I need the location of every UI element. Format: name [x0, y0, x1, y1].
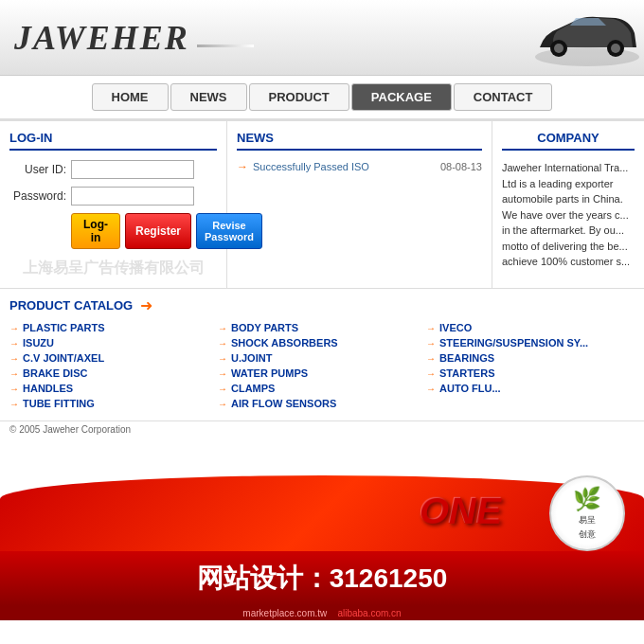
user-id-input[interactable]: [71, 160, 194, 179]
catalog-item-label: TUBE FITTING: [23, 398, 95, 409]
news-link[interactable]: Successfully Passed ISO: [253, 161, 436, 172]
password-label: Password:: [9, 189, 71, 203]
password-row: Password:: [9, 187, 217, 206]
catalog-iveco[interactable]: →IVECO: [426, 322, 635, 333]
news-arrow-icon: →: [237, 160, 248, 173]
arrow-icon: →: [218, 399, 227, 409]
arrow-icon: →: [218, 353, 227, 364]
button-row: Log-in Register Revise Password: [71, 213, 217, 249]
catalog-arrow-icon: ➜: [140, 296, 152, 314]
catalog-item-label: BRAKE DISC: [23, 367, 87, 379]
news-panel: NEWS → Successfully Passed ISO 08-08-13: [227, 121, 492, 288]
catalog-item-label: BODY PARTS: [231, 322, 298, 333]
arrow-icon: →: [9, 368, 19, 379]
catalog-air-flow-sensors[interactable]: →AIR FLOW SENSORS: [218, 398, 426, 409]
catalog-shock-absorbers[interactable]: →SHOCK ABSORBERS: [218, 337, 426, 349]
svg-point-2: [554, 44, 564, 53]
arrow-icon: →: [9, 399, 19, 409]
arrow-icon: →: [218, 338, 227, 349]
catalog-grid: →PLASTIC PARTS →ISUZU →C.V JOINT/AXEL →B…: [9, 322, 635, 413]
car-3d-graphic: ONE: [420, 490, 502, 532]
catalog-tube-fitting[interactable]: →TUBE FITTING: [9, 398, 218, 409]
catalog-plastic-parts[interactable]: →PLASTIC PARTS: [9, 322, 218, 333]
plant-text-2: 创意: [579, 528, 596, 541]
arrow-icon: →: [9, 338, 19, 349]
catalog-brake-disc[interactable]: →BRAKE DISC: [9, 367, 218, 379]
arrow-icon: →: [218, 323, 227, 333]
footer-main-text: 网站设计：31261250: [197, 564, 448, 593]
catalog-clamps[interactable]: →CLAMPS: [218, 383, 426, 394]
plant-icon: 🌿: [573, 486, 601, 512]
logo: JAWEHER: [14, 18, 254, 58]
catalog-section: PRODUCT CATALOG ➜ →PLASTIC PARTS →ISUZU …: [0, 288, 644, 420]
nav-contact[interactable]: CONTACT: [454, 83, 553, 111]
login-panel: LOG-IN User ID: Password: Log-in Registe…: [0, 121, 227, 288]
catalog-header: PRODUCT CATALOG ➜: [9, 296, 635, 314]
news-date: 08-08-13: [440, 161, 482, 172]
arrow-icon: →: [426, 338, 436, 349]
arrow-icon: →: [9, 384, 19, 394]
nav: HOME NEWS PRODUCT PACKAGE CONTACT: [0, 76, 644, 120]
copyright: © 2005 Jaweher Corporation: [0, 420, 644, 438]
catalog-bearings[interactable]: →BEARINGS: [426, 352, 635, 364]
catalog-item-label: CLAMPS: [231, 383, 275, 394]
catalog-col-2: →BODY PARTS →SHOCK ABSORBERS →U.JOINT →W…: [218, 322, 426, 413]
arrow-icon: →: [426, 353, 436, 364]
car-silhouette: [530, 5, 644, 71]
login-title: LOG-IN: [9, 131, 217, 151]
arrow-icon: →: [218, 384, 227, 394]
plant-text-1: 易呈: [579, 514, 596, 527]
arrow-icon: →: [426, 384, 436, 394]
plant-decoration: 🌿 易呈 创意: [549, 475, 625, 551]
catalog-isuzu[interactable]: →ISUZU: [9, 337, 218, 349]
logo-line: [197, 45, 254, 47]
catalog-auto-flu[interactable]: →AUTO FLU...: [426, 383, 635, 394]
catalog-item-label: PLASTIC PARTS: [23, 322, 105, 333]
main-content: LOG-IN User ID: Password: Log-in Registe…: [0, 120, 644, 288]
catalog-item-label: SHOCK ABSORBERS: [231, 337, 338, 349]
catalog-starters[interactable]: →STARTERS: [426, 367, 635, 379]
catalog-water-pumps[interactable]: →WATER PUMPS: [218, 367, 426, 379]
register-button[interactable]: Register: [125, 213, 191, 249]
password-input[interactable]: [71, 187, 194, 206]
catalog-title: PRODUCT CATALOG: [9, 298, 133, 313]
catalog-item-label: AIR FLOW SENSORS: [231, 398, 336, 409]
watermark: 上海易呈广告传播有限公司: [9, 259, 217, 278]
nav-news[interactable]: NEWS: [170, 83, 247, 111]
catalog-item-label: IVECO: [439, 322, 472, 333]
arrow-icon: →: [426, 323, 436, 333]
catalog-steering[interactable]: →STEERING/SUSPENSION SY...: [426, 337, 635, 349]
catalog-item-label: HANDLES: [23, 383, 73, 394]
news-title: NEWS: [237, 131, 482, 151]
footer-sub: marketplace.com.tw alibaba.com.cn: [0, 606, 644, 620]
nav-product[interactable]: PRODUCT: [249, 83, 349, 111]
catalog-item-label: STEERING/SUSPENSION SY...: [439, 337, 588, 349]
arrow-icon: →: [9, 323, 19, 333]
catalog-cv-joint[interactable]: →C.V JOINT/AXEL: [9, 352, 218, 364]
catalog-handles[interactable]: →HANDLES: [9, 383, 218, 394]
header: JAWEHER: [0, 0, 644, 76]
company-title: COMPANY: [502, 131, 635, 151]
catalog-item-label: U.JOINT: [231, 352, 272, 364]
footer-sub-text1: marketplace.com.tw: [242, 608, 327, 618]
footer-bar: 网站设计：31261250: [0, 551, 644, 606]
wave-background: [0, 475, 644, 551]
catalog-item-label: STARTERS: [439, 367, 494, 379]
catalog-col-3: →IVECO →STEERING/SUSPENSION SY... →BEARI…: [426, 322, 635, 413]
footer-sub-text2: alibaba.com.cn: [337, 608, 401, 618]
nav-package[interactable]: PACKAGE: [351, 83, 452, 111]
login-button[interactable]: Log-in: [71, 213, 120, 249]
catalog-item-label: WATER PUMPS: [231, 367, 308, 379]
catalog-body-parts[interactable]: →BODY PARTS: [218, 322, 426, 333]
nav-home[interactable]: HOME: [92, 83, 169, 111]
svg-point-4: [611, 44, 620, 53]
catalog-col-1: →PLASTIC PARTS →ISUZU →C.V JOINT/AXEL →B…: [9, 322, 218, 413]
user-id-row: User ID:: [9, 160, 217, 179]
logo-text: JAWEHER: [14, 19, 189, 57]
arrow-icon: →: [426, 368, 436, 379]
catalog-ujoint[interactable]: →U.JOINT: [218, 352, 426, 364]
catalog-item-label: C.V JOINT/AXEL: [23, 352, 104, 364]
bottom-wave: ONE 🌿 易呈 创意: [0, 438, 644, 551]
plant-circle: 🌿 易呈 创意: [549, 475, 625, 551]
arrow-icon: →: [218, 368, 227, 379]
